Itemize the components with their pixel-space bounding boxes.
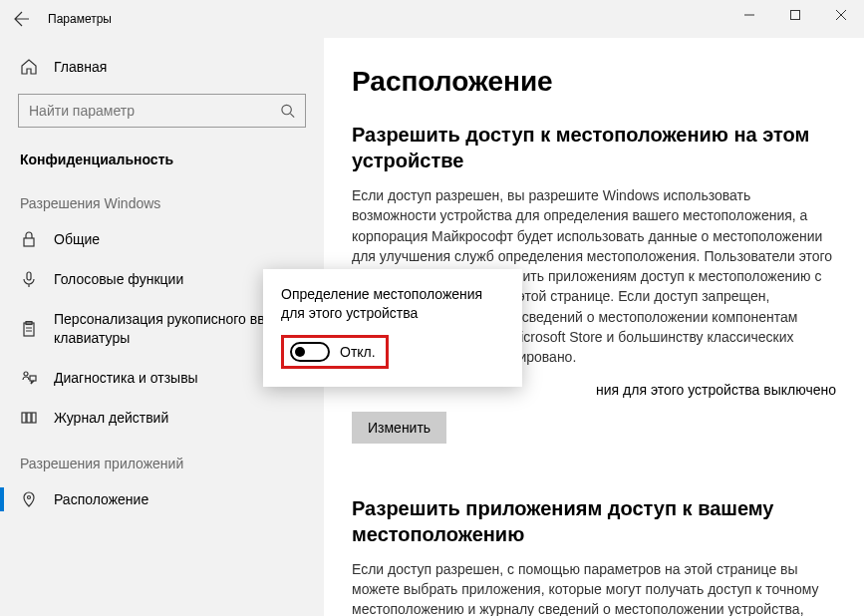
svg-point-15 [28, 496, 31, 499]
section-heading-device-access: Разрешить доступ к местоположению на это… [352, 122, 836, 173]
lock-icon [20, 230, 38, 248]
change-button[interactable]: Изменить [352, 412, 446, 444]
toggle-highlight-box: Откл. [281, 335, 389, 369]
page-title: Расположение [352, 66, 836, 98]
maximize-icon [790, 10, 800, 20]
back-button[interactable] [0, 0, 44, 38]
maximize-button[interactable] [772, 0, 818, 30]
sidebar-item-general[interactable]: Общие [0, 219, 324, 259]
arrow-left-icon [14, 11, 30, 27]
section-heading-app-access: Разрешить приложениям доступ к вашему ме… [352, 495, 836, 547]
history-icon [20, 409, 38, 427]
titlebar: Параметры [0, 0, 864, 38]
sidebar-item-label: Голосовые функции [54, 270, 183, 288]
group-app-permissions: Разрешения приложений [0, 438, 324, 479]
sidebar-item-label: Расположение [54, 490, 148, 508]
search-input[interactable] [29, 103, 280, 119]
svg-line-3 [290, 114, 294, 118]
svg-rect-1 [791, 11, 800, 20]
home-icon [20, 58, 38, 76]
location-icon [20, 490, 38, 508]
minimize-button[interactable] [726, 0, 772, 30]
sidebar-item-activity[interactable]: Журнал действий [0, 398, 324, 438]
close-icon [836, 10, 846, 20]
search-box[interactable] [18, 94, 306, 128]
nav-home-label: Главная [54, 59, 107, 75]
description-text-2: Если доступ разрешен, с помощью параметр… [352, 559, 836, 616]
clipboard-icon [20, 320, 38, 338]
popup-title: Определение местоположения для этого уст… [281, 285, 504, 323]
svg-rect-14 [32, 413, 36, 423]
window-title: Параметры [48, 12, 112, 26]
sidebar-item-label: Диагностика и отзывы [54, 369, 198, 387]
location-toggle-popup: Определение местоположения для этого уст… [263, 269, 522, 387]
sidebar-item-label: Журнал действий [54, 409, 168, 427]
mic-icon [20, 270, 38, 288]
svg-rect-11 [30, 376, 36, 381]
window-controls [726, 0, 864, 30]
svg-rect-4 [24, 238, 34, 246]
svg-point-2 [282, 105, 291, 114]
search-icon [280, 103, 295, 119]
minimize-icon [744, 10, 754, 20]
svg-rect-13 [27, 413, 31, 423]
svg-rect-12 [22, 413, 26, 423]
svg-rect-5 [27, 272, 31, 280]
toggle-state-label: Откл. [340, 344, 376, 360]
group-windows-permissions: Разрешения Windows [0, 177, 324, 219]
sidebar-category: Конфиденциальность [0, 142, 324, 177]
close-button[interactable] [818, 0, 864, 30]
location-toggle[interactable] [290, 342, 330, 362]
svg-point-10 [24, 372, 28, 376]
sidebar-item-location[interactable]: Расположение [0, 479, 324, 519]
nav-home[interactable]: Главная [0, 48, 324, 86]
sidebar-item-label: Общие [54, 230, 100, 248]
feedback-icon [20, 369, 38, 387]
